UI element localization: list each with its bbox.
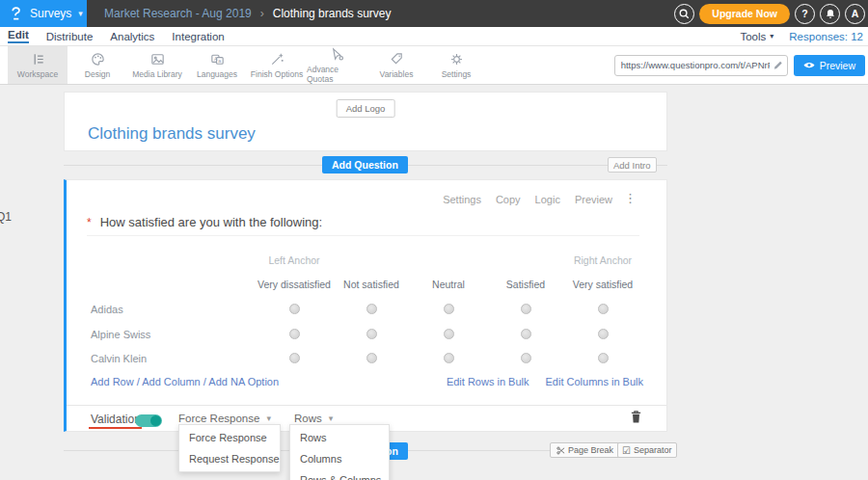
edit-rows-bulk-link[interactable]: Edit Rows in Bulk: [447, 376, 529, 387]
svg-text:a: a: [218, 58, 221, 64]
column-header[interactable]: Very satisfied: [564, 279, 641, 290]
tab-edit[interactable]: Edit: [8, 29, 29, 43]
question-text[interactable]: How satisfied are you with the following…: [100, 215, 323, 229]
toolbar-item-advance-quotas[interactable]: Advance Quotas: [307, 46, 366, 84]
question-actions: Settings Copy Logic Preview: [443, 194, 612, 205]
menu-item-rows-columns[interactable]: Rows & Columns: [290, 469, 389, 480]
question-logic-link[interactable]: Logic: [535, 194, 560, 205]
delete-question-button[interactable]: [630, 410, 642, 424]
radio-button[interactable]: [366, 329, 377, 339]
radio-button[interactable]: [289, 329, 300, 339]
workspace-icon: [30, 51, 46, 67]
radio-button[interactable]: [444, 329, 454, 339]
link-separator: /: [134, 376, 143, 387]
radio-button[interactable]: [521, 304, 531, 314]
response-type-value: Force Response: [178, 413, 259, 424]
toolbar-item-design[interactable]: Design: [68, 46, 127, 84]
toolbar-item-media-library[interactable]: Media Library: [127, 46, 187, 84]
page-break-button[interactable]: Page Break: [550, 442, 620, 458]
responses-count[interactable]: Responses: 12: [789, 31, 863, 42]
preview-button[interactable]: Preview: [794, 55, 865, 76]
notifications-button[interactable]: [820, 4, 840, 24]
surveys-menu-label: Surveys: [30, 7, 71, 20]
more-options-icon[interactable]: ⋮: [624, 191, 637, 205]
menu-item-force-response[interactable]: Force Response: [179, 427, 280, 448]
matrix-row: Adidas: [67, 301, 666, 318]
preview-label: Preview: [820, 60, 855, 71]
toolbar-right: https://www.questionpro.com/t/APNrFZ Pre…: [614, 46, 868, 84]
page-break-label: Page Break: [568, 445, 613, 455]
bulk-edit-links: Edit Rows in Bulk Edit Columns in Bulk: [447, 376, 643, 387]
survey-title[interactable]: Clothing brands survey: [88, 124, 256, 144]
add-row-link[interactable]: Add Row: [91, 376, 134, 387]
question-preview-link[interactable]: Preview: [575, 194, 612, 205]
radio-button[interactable]: [366, 353, 377, 363]
help-button[interactable]: ?: [795, 4, 815, 24]
column-header[interactable]: Neutral: [410, 279, 487, 290]
add-na-option-link[interactable]: Add NA Option: [208, 376, 279, 387]
response-type-dropdown[interactable]: Force Response ▾: [178, 413, 271, 424]
tab-analytics[interactable]: Analytics: [110, 31, 154, 42]
survey-url-field[interactable]: https://www.questionpro.com/t/APNrFZ: [614, 55, 788, 76]
tab-integration[interactable]: Integration: [172, 31, 224, 42]
radio-button[interactable]: [598, 353, 609, 363]
question-text-underline: [87, 235, 639, 236]
surveys-menu[interactable]: Surveys ▾: [0, 0, 87, 27]
left-anchor-label[interactable]: Left Anchor: [256, 254, 333, 266]
breadcrumb-parent[interactable]: Market Research - Aug 2019: [104, 7, 252, 20]
add-logo-button[interactable]: Add Logo: [337, 99, 395, 118]
menu-item-columns[interactable]: Columns: [290, 448, 389, 469]
search-button[interactable]: [674, 4, 694, 24]
account-avatar[interactable]: A: [845, 4, 865, 24]
toolbar-item-workspace[interactable]: Workspace: [8, 46, 68, 84]
row-label[interactable]: Calvin Klein: [91, 353, 256, 364]
radio-button[interactable]: [598, 329, 609, 339]
radio-button[interactable]: [521, 329, 531, 339]
column-header[interactable]: Very dissatisfied: [256, 279, 333, 290]
separator-label: Separator: [634, 445, 672, 455]
caret-down-icon: ▾: [78, 9, 83, 18]
separator-button[interactable]: ☑ Separator: [617, 442, 677, 458]
tab-distribute[interactable]: Distribute: [46, 31, 94, 42]
question-number: Q1: [0, 210, 12, 224]
toolbar-item-settings[interactable]: Settings: [426, 46, 486, 84]
applies-to-dropdown[interactable]: Rows ▾: [294, 413, 333, 424]
upgrade-now-button[interactable]: Upgrade Now: [699, 4, 790, 24]
radio-button[interactable]: [598, 304, 609, 314]
toolbar-item-label: Media Library: [132, 69, 182, 79]
toolbar-item-variables[interactable]: Variables: [366, 46, 426, 84]
breadcrumb-separator-icon: ›: [260, 7, 264, 20]
gear-icon: [448, 51, 465, 67]
menu-item-request-response[interactable]: Request Response: [179, 448, 280, 469]
edit-pencil-icon[interactable]: [773, 60, 783, 70]
column-header[interactable]: Satisfied: [487, 279, 564, 290]
question-copy-link[interactable]: Copy: [496, 194, 521, 205]
tools-menu[interactable]: Tools ▾: [740, 31, 773, 42]
matrix-row: Calvin Klein: [67, 350, 666, 367]
validation-divider: [67, 405, 666, 406]
svg-text:A: A: [213, 56, 217, 62]
radio-button[interactable]: [366, 304, 377, 314]
add-question-button[interactable]: Add Question: [322, 156, 408, 173]
add-intro-button[interactable]: Add Intro: [608, 157, 657, 173]
row-label[interactable]: Alpine Swiss: [91, 329, 256, 340]
radio-button[interactable]: [289, 304, 300, 314]
radio-button[interactable]: [444, 304, 454, 314]
translate-icon: A a: [209, 51, 226, 67]
radio-button[interactable]: [444, 353, 454, 363]
toolbar-item-languages[interactable]: A a Languages: [187, 46, 247, 84]
column-header[interactable]: Not satisfied: [333, 279, 410, 290]
wand-icon: [269, 51, 285, 67]
right-anchor-label[interactable]: Right Anchor: [564, 254, 641, 266]
row-label[interactable]: Adidas: [91, 304, 256, 315]
question-settings-link[interactable]: Settings: [443, 194, 481, 205]
menu-item-rows[interactable]: Rows: [290, 427, 389, 448]
edit-columns-bulk-link[interactable]: Edit Columns in Bulk: [546, 376, 644, 387]
checkbox-checked-icon: ☑: [622, 445, 631, 456]
toolbar-item-label: Languages: [197, 69, 237, 79]
validation-toggle[interactable]: [135, 414, 162, 427]
radio-button[interactable]: [521, 353, 531, 363]
radio-button[interactable]: [289, 353, 300, 363]
add-column-link[interactable]: Add Column: [142, 376, 201, 387]
toolbar-item-finish-options[interactable]: Finish Options: [247, 46, 307, 84]
